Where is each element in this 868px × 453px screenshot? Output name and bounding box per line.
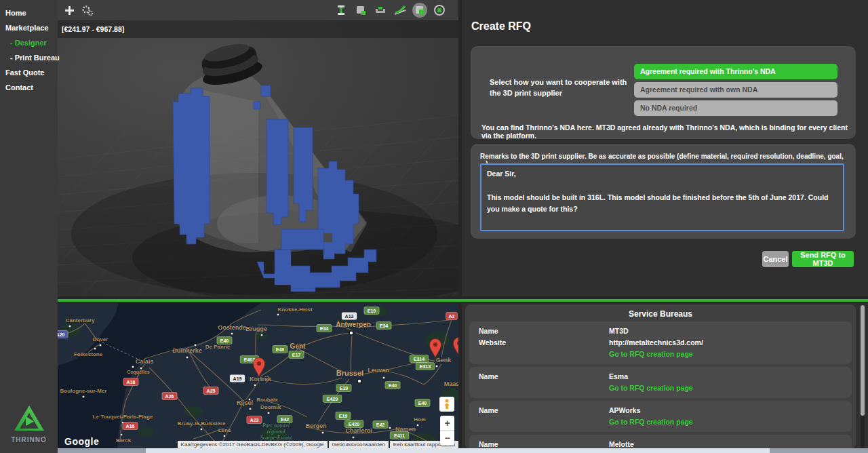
map-city-dot <box>389 427 391 429</box>
cancel-button[interactable]: Cancel <box>762 251 789 267</box>
bureau-field-label: Name <box>479 326 609 336</box>
bureau-field-label: Website <box>479 338 609 348</box>
svg-text:E429: E429 <box>327 397 338 401</box>
road-badge: E34 <box>317 325 332 332</box>
road-badge: E40 <box>415 399 430 407</box>
3d-viewer: [€241.97 - €967.88] <box>58 0 458 296</box>
map-city-dot <box>357 379 361 383</box>
support-curve-icon[interactable] <box>393 3 408 18</box>
send-rfq-button[interactable]: Send RFQ to MT3D <box>792 251 854 267</box>
map-city-label: Canterbury <box>66 317 95 323</box>
vertical-scrollbar <box>861 305 865 448</box>
road-badge: A12 <box>342 313 357 320</box>
add-icon[interactable] <box>62 3 77 18</box>
sidebar-item-designer[interactable]: - Designer <box>0 35 58 50</box>
road-badge: E40 <box>217 337 232 344</box>
sidebar: HomeMarketplace- Designer- Print BureauF… <box>0 0 58 453</box>
svg-text:E19: E19 <box>368 309 376 313</box>
map-city-label: Kortrijk <box>250 376 272 382</box>
map-base: Parc naturelrégionalScarpe-Escaut Canter… <box>58 303 458 453</box>
build-platform-icon[interactable] <box>373 3 388 18</box>
vertical-scrollbar-thumb[interactable] <box>861 305 865 416</box>
svg-text:E411: E411 <box>394 433 405 438</box>
svg-text:A12: A12 <box>345 314 354 319</box>
map-city-dot <box>267 412 270 414</box>
pegman-button[interactable] <box>439 397 454 412</box>
road-badge: A25 <box>203 387 218 395</box>
service-bureaus-box: Service Bureaus NameMT3DWebsitehttp://me… <box>465 304 856 450</box>
voxel-part-icon[interactable] <box>412 3 427 18</box>
bureau-field-value: Esma <box>609 372 852 382</box>
sidebar-item-printbureau[interactable]: - Print Bureau <box>0 50 58 65</box>
bureau-field-label <box>479 417 609 427</box>
map-city-label: Antwerpen <box>336 321 371 328</box>
go-to-rfq-link[interactable]: Go to RFQ creation page <box>609 349 852 359</box>
bureau-field-label: Name <box>479 372 609 382</box>
map-city-dot <box>68 325 71 328</box>
remarks-textarea[interactable]: Dear Sir, This model should be built in … <box>480 163 844 231</box>
price-strip: [€241.97 - €967.88] <box>58 20 458 38</box>
map-city-label: Hoei <box>414 416 425 422</box>
wheel-icon[interactable] <box>432 3 447 18</box>
road-badge: E42 <box>277 416 292 423</box>
price-range-label: [€241.97 - €967.88] <box>62 25 124 33</box>
map-city-dot <box>194 344 197 347</box>
horizontal-scrollbar <box>58 448 868 453</box>
service-bureaus-title: Service Bureaus <box>465 304 856 319</box>
map-city-label: Lens <box>218 427 231 433</box>
map-city-label: Duinkerke <box>172 347 202 354</box>
horizontal-scrollbar-thumb[interactable] <box>146 448 770 453</box>
svg-text:E40: E40 <box>389 383 397 388</box>
go-to-rfq-link[interactable]: Go to RFQ creation page <box>609 383 852 393</box>
sidebar-item-contact[interactable]: Contact <box>0 80 58 95</box>
nda-option-own[interactable]: Agreement required with own NDA <box>634 82 837 98</box>
map-attribution: Kaartgegevens ©2017 GeoBasis-DE/BKG (©20… <box>178 441 458 448</box>
svg-text:E42: E42 <box>281 417 290 422</box>
road-badge: E40 <box>385 382 400 389</box>
sidebar-item-home[interactable]: Home <box>0 5 58 20</box>
svg-text:E40: E40 <box>276 347 285 352</box>
bureau-field-value: http://metaltechnics3d.com/ <box>609 338 852 348</box>
svg-text:E19: E19 <box>339 414 348 418</box>
map-copyright: Kaartgegevens ©2017 GeoBasis-DE/BKG (©20… <box>178 441 328 448</box>
viewer-toolbar <box>58 0 458 20</box>
part-flag-icon[interactable] <box>353 3 368 18</box>
map-city-label: Gent <box>290 342 306 350</box>
svg-text:A20: A20 <box>58 332 65 337</box>
map-city-label: Leuven <box>368 367 389 374</box>
svg-text:E17: E17 <box>292 353 301 357</box>
map-city-dot <box>382 376 385 379</box>
pegman-icon <box>443 399 451 410</box>
map-canvas[interactable]: Parc naturelrégionalScarpe-Escaut Canter… <box>58 303 458 453</box>
road-badge: E313 <box>416 363 435 370</box>
go-to-rfq-link[interactable]: Go to RFQ creation page <box>609 417 852 427</box>
road-badge: E17 <box>289 351 304 359</box>
gears-icon[interactable] <box>80 3 95 18</box>
map-city-dot <box>94 347 96 350</box>
measure-icon[interactable] <box>334 3 349 18</box>
svg-text:E19: E19 <box>340 386 349 391</box>
terms-link[interactable]: Gebruiksvoorwaarden <box>329 441 389 448</box>
sidebar-item-marketplace[interactable]: Marketplace <box>0 20 58 35</box>
map-city-dot <box>231 332 233 335</box>
zoom-in-button[interactable]: + <box>440 416 454 431</box>
zoom-out-button[interactable]: − <box>440 431 454 446</box>
nda-option-thrinno[interactable]: Agreement required with Thrinno's NDA <box>634 64 837 79</box>
svg-text:A26: A26 <box>165 394 174 399</box>
bureau-field-label <box>479 349 609 359</box>
bureau-row: NameAPWorksGo to RFQ creation page <box>469 401 852 432</box>
svg-text:E420: E420 <box>349 422 359 427</box>
nda-selection-panel: Select how you want to cooperate with th… <box>471 46 856 139</box>
sidebar-item-fastquote[interactable]: Fast Quote <box>0 65 58 80</box>
road-badge: E40 <box>273 346 288 353</box>
map-city-label: Brussel <box>336 369 363 377</box>
nda-option-none[interactable]: No NDA required <box>634 100 837 116</box>
bureau-field-label: Name <box>479 406 609 416</box>
thrinno-logo: THRINNO <box>0 405 58 444</box>
map-city-label: Rijsel <box>237 399 253 406</box>
map-city-label: Roubaix <box>256 397 278 403</box>
create-rfq-panel: Create RFQ Select how you want to cooper… <box>462 0 868 296</box>
road-badge: E314 <box>410 355 429 363</box>
map-city-label: Charleroi <box>345 427 372 434</box>
3d-viewport[interactable]: [€241.97 - €967.88] <box>58 20 458 296</box>
